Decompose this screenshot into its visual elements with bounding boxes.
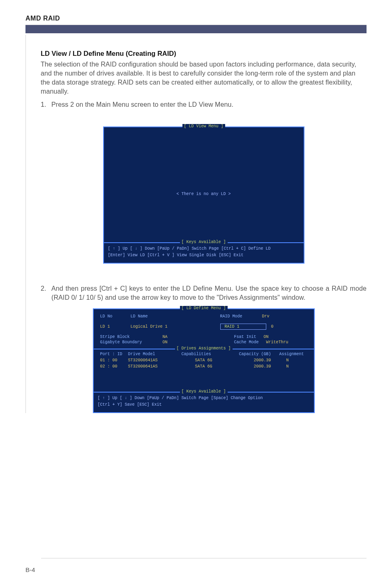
header-rule	[25, 25, 367, 33]
ld-view-keys-line2: [Enter] View LD [Ctrl + V ] View Single …	[108, 252, 300, 259]
step-2: 2. And then press [Ctrl + C] keys to ent…	[41, 284, 367, 302]
row-name: Logical Drive 1	[131, 324, 196, 329]
d1-model: ST32000641AS	[128, 358, 182, 363]
hdr-drv: Drv	[262, 314, 270, 319]
row-mode-select[interactable]: RAID 1	[220, 324, 266, 330]
stripe-value: NA	[163, 335, 196, 339]
drive-row-2[interactable]: 02 : 00 ST32000641AS SATA 6G 2000.39 N	[100, 364, 307, 369]
drives-assignments: [ Drives Assignments ] Port : ID Drive M…	[93, 349, 315, 393]
step-1-text: Press 2 on the Main Menu screen to enter…	[51, 100, 367, 109]
stripe-label: Stripe Block	[100, 335, 158, 339]
page-header-title: AMD RAID	[25, 15, 367, 22]
hdr-ldno: LD No	[100, 314, 126, 319]
hdr-raidmode: RAID Mode	[220, 314, 257, 319]
footer-rule	[41, 558, 367, 558]
ld-define-keys-line1: [ ↑ ] Up [ ↓ ] Down [PaUp / PaDn] Switch…	[98, 395, 310, 402]
drives-title: [ Drives Assignments ]	[175, 346, 232, 351]
drive-row-1[interactable]: 01 : 00 ST32000641AS SATA 6G 2000.39 N	[100, 358, 307, 363]
ld-view-keys: [ Keys Available ] [ ↑ ] Up [ ↓ ] Down […	[103, 242, 304, 264]
ld-view-keys-title: [ Keys Available ]	[180, 240, 227, 244]
d1-assign: N	[271, 358, 307, 363]
dh-model: Drive Model	[128, 352, 182, 356]
cache-label: Cache Mode	[234, 340, 259, 345]
d1-gb: 2000.39	[226, 358, 271, 363]
step-2-num: 2.	[41, 284, 51, 302]
d2-cap: SATA 6G	[182, 364, 226, 369]
dh-assign: Assignment	[271, 352, 307, 356]
ld-define-keys-title: [ Keys Available ]	[180, 389, 227, 394]
step-2-text: And then press [Ctrl + C] keys to enter …	[51, 284, 367, 302]
gb-value: ON	[163, 340, 196, 345]
ld-define-keys-line2: [Ctrl + Y] Save [ESC] Exit	[98, 402, 310, 408]
d2-gb: 2000.39	[226, 364, 271, 369]
row-ld: LD 1	[100, 324, 126, 329]
fsat-value: ON	[264, 335, 269, 339]
row-drv: 0	[271, 324, 274, 329]
dh-capgb: Capacity (GB)	[226, 352, 271, 356]
ld-view-main: [ LD View Menu ] < There is no any LD >	[103, 126, 304, 243]
hdr-ldname: LD Name	[131, 314, 196, 319]
gb-label: Gigabyte Boundary	[100, 340, 158, 345]
fsat-label: Fsat Init	[234, 335, 256, 339]
ld-view-title: [ LD View Menu ]	[182, 124, 225, 129]
ld-view-keys-line1: [ ↑ ] Up [ ↓ ] Down [PaUp / PaDn] Switch…	[108, 246, 300, 252]
ld-view-figure: [ LD View Menu ] < There is no any LD > …	[103, 126, 304, 264]
ld-define-title: [ LD Define Menu ]	[180, 306, 227, 310]
cache-value: WriteThru	[266, 340, 288, 345]
step-1-num: 1.	[41, 100, 51, 109]
section-intro: The selection of the RAID configuration …	[41, 60, 367, 96]
d2-assign: N	[271, 364, 307, 369]
d1-cap: SATA 6G	[182, 358, 226, 363]
dh-cap: Capabilities	[182, 352, 226, 356]
step-1: 1. Press 2 on the Main Menu screen to en…	[41, 100, 367, 109]
d2-model: ST32000641AS	[128, 364, 182, 369]
dh-port: Port : ID	[100, 352, 128, 356]
ld-define-keys: [ Keys Available ] [ ↑ ] Up [ ↓ ] Down […	[93, 392, 315, 413]
page-number: B-4	[25, 566, 35, 573]
d2-port: 02 : 00	[100, 364, 128, 369]
ld-define-figure: [ LD Define Menu ] LD No LD Name RAID Mo…	[93, 308, 315, 413]
d1-port: 01 : 00	[100, 358, 128, 363]
ld-define-top: [ LD Define Menu ] LD No LD Name RAID Mo…	[93, 308, 315, 349]
ld-view-empty-msg: < There is no any LD >	[104, 192, 304, 196]
section-title: LD View / LD Define Menu (Creating RAID)	[41, 50, 367, 57]
